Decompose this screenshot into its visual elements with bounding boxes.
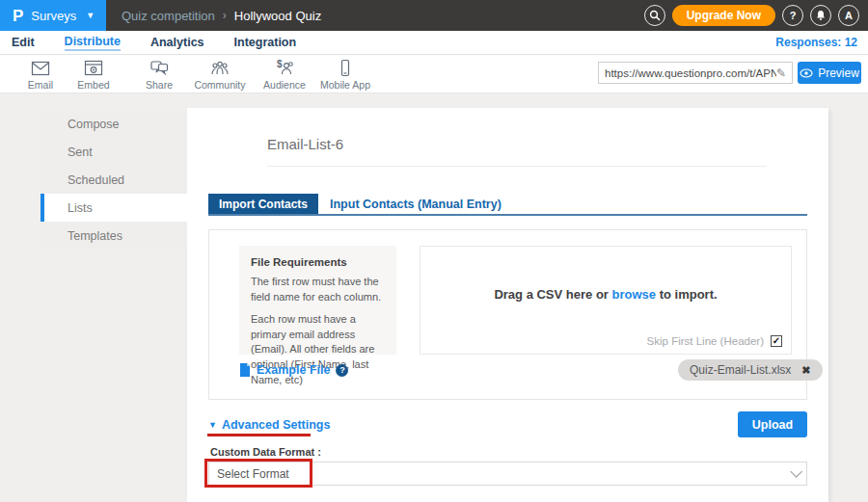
sidebar-item-templates[interactable]: Templates [41,222,187,250]
file-requirements-title: File Requirements [251,256,385,268]
tab-analytics[interactable]: Analytics [150,36,204,49]
distribute-toolbar: Email Embed Share Community $ Audience M… [0,55,868,93]
toolbar-item-audience[interactable]: $ Audience [254,59,315,91]
sidebar-item-label: Sent [68,145,93,159]
dropzone-text-post: to import. [656,287,718,302]
notifications-button[interactable] [810,5,831,26]
skip-first-line-row: Skip First Line (Header) [647,335,782,347]
sidebar-item-lists[interactable]: Lists [41,194,187,222]
preview-label: Preview [818,66,859,80]
caret-down-icon: ▼ [86,11,95,20]
share-icon [149,59,170,78]
preview-button[interactable]: Preview [798,62,861,84]
list-name-field[interactable]: Email-List-6 [267,136,767,167]
survey-url-field: ✎ [598,62,793,84]
breadcrumb-current: Hollywood Quiz [234,9,321,23]
uploaded-file-chip: Quiz-Email-List.xlsx ✖ [678,359,823,381]
toolbar-item-label: Embed [77,79,109,91]
email-icon [30,59,51,78]
sidebar-item-scheduled[interactable]: Scheduled [41,166,187,194]
toolbar-item-label: Community [194,79,245,91]
sidebar-item-label: Templates [68,229,122,243]
tab-distribute[interactable]: Distribute [65,35,121,51]
sidebar-item-sent[interactable]: Sent [41,138,187,166]
tab-edit[interactable]: Edit [12,36,35,49]
chevron-down-icon [790,465,802,478]
app-menu-label: Surveys [31,9,76,23]
toolbar-item-mobile-app[interactable]: Mobile App [314,59,376,91]
sidebar-item-label: Scheduled [68,173,124,187]
search-icon [649,10,661,21]
select-format-dropdown[interactable]: Select Format [208,462,807,486]
csv-dropzone[interactable]: Drag a CSV here or browse to import. Ski… [420,246,792,355]
avatar[interactable]: A [838,5,859,26]
breadcrumb-separator: › [223,9,227,22]
breadcrumb: Quiz competition › Hollywood Quiz [122,9,321,23]
mobile-app-icon [335,59,356,78]
file-requirements-box: File Requirements The first row must hav… [239,246,396,355]
community-icon [209,59,231,78]
tab-import-contacts[interactable]: Import Contacts [208,194,318,214]
sidebar-item-label: Lists [68,201,93,215]
advanced-settings-label: Advanced Settings [222,418,331,432]
caret-down-icon: ▼ [208,420,217,430]
upgrade-now-button[interactable]: Upgrade Now [672,5,775,26]
remove-file-icon[interactable]: ✖ [801,364,810,377]
dropzone-text: Drag a CSV here or browse to import. [420,287,791,302]
tab-integration[interactable]: Integration [234,36,297,49]
example-file-link[interactable]: Example File [257,363,330,377]
toolbar-item-label: Share [146,79,173,91]
upload-button[interactable]: Upload [738,411,807,437]
toolbar-item-embed[interactable]: Embed [63,59,124,91]
contacts-tabs: Import Contacts Input Contacts (Manual E… [208,194,807,216]
questionpro-logo: P [13,8,23,24]
toolbar-item-share[interactable]: Share [128,59,190,91]
custom-data-format-label: Custom Data Format : [210,446,321,458]
uploaded-file-name: Quiz-Email-List.xlsx [690,363,791,377]
select-format-value: Select Format [217,467,790,481]
dropzone-text-pre: Drag a CSV here or [494,287,611,302]
help-button[interactable]: ? [782,5,803,26]
toolbar-item-label: Email [28,79,53,91]
breadcrumb-parent[interactable]: Quiz competition [122,9,215,23]
example-file-row: Example File ? [239,363,348,377]
edit-url-icon[interactable]: ✎ [776,66,786,80]
survey-nav: Edit Distribute Analytics Integration Re… [0,31,868,55]
browse-link[interactable]: browse [612,287,657,302]
responses-count[interactable]: Responses: 12 [775,36,857,49]
sidebar-item-label: Compose [68,118,120,131]
app-switcher[interactable]: P Surveys ▼ [0,0,106,31]
toolbar-item-label: Audience [263,79,306,91]
toolbar-item-label: Mobile App [320,79,370,91]
skip-first-line-checkbox[interactable] [771,335,782,347]
toolbar-item-community[interactable]: Community [189,59,251,91]
tab-input-contacts-manual[interactable]: Input Contacts (Manual Entry) [318,194,513,214]
svg-text:$: $ [277,59,283,69]
annotation-red-underline [207,434,311,436]
file-requirements-text-1: The first row must have the field name f… [251,275,385,304]
search-button[interactable] [644,5,665,26]
audience-icon: $ [274,59,295,78]
skip-first-line-label: Skip First Line (Header) [647,335,764,347]
survey-url-input[interactable] [605,67,776,79]
embed-icon [83,59,104,78]
top-bar: P Surveys ▼ Quiz competition › Hollywood… [0,0,868,31]
bell-icon [815,10,827,21]
eye-icon [800,68,813,78]
document-icon [239,363,251,377]
advanced-settings-toggle[interactable]: ▼ Advanced Settings [208,418,330,432]
help-icon[interactable]: ? [336,364,348,377]
sidebar-item-compose[interactable]: Compose [41,110,187,138]
